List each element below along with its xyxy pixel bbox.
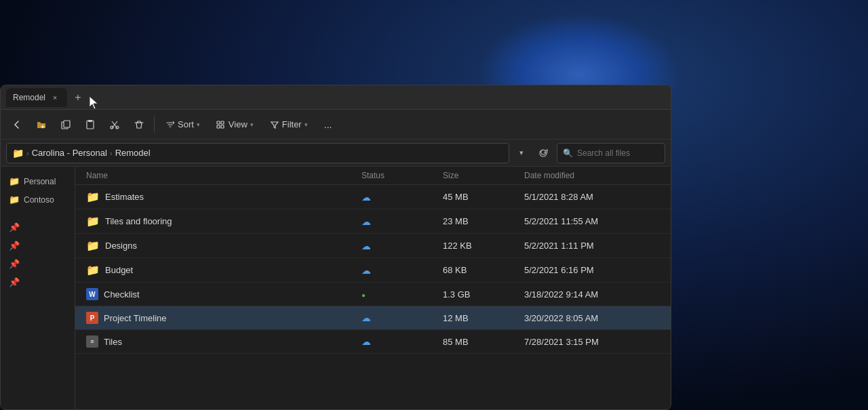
toolbar: Sort ▾ View ▾ Filter ▾ ... [1,110,671,140]
file-name-cell: 📁 Estimates [86,190,361,203]
address-bar: 📁 › Carolina - Personal › Remodel ▾ 🔍 [1,140,671,167]
filter-icon [270,120,279,129]
col-date: Date modified [524,171,660,180]
toolbar-view-button[interactable]: View ▾ [210,114,260,136]
toolbar-more-button[interactable]: ... [317,114,339,136]
title-bar: Remodel × + [1,85,671,110]
file-name-cell: 📁 Tiles and flooring [86,215,361,228]
col-status: Status [361,171,443,180]
table-row[interactable]: 📁 Budget ☁ 68 KB 5/2/2021 6:16 PM [75,258,671,283]
search-input[interactable] [577,148,658,158]
file-date: 5/2/2021 1:11 PM [524,241,660,251]
svg-rect-7 [221,121,224,124]
file-name-cell: W Checklist [86,288,361,300]
file-size: 45 MB [443,192,524,202]
file-name: Tiles [104,337,122,347]
more-dots-icon: ... [324,119,332,130]
main-area: 📁 Personal 📁 Contoso 📌 📌 📌 📌 [1,167,671,409]
toolbar-sort-button[interactable]: Sort ▾ [159,114,207,136]
sidebar-pin-4-icon: 📌 [9,277,20,287]
sidebar-item-personal[interactable]: 📁 Personal [1,172,75,190]
status-cloud-icon: ☁ [361,241,371,251]
table-row[interactable]: 📁 Estimates ☁ 45 MB 5/1/2021 8:28 AM [75,185,671,209]
filter-label: Filter [282,119,302,129]
sidebar: 📁 Personal 📁 Contoso 📌 📌 📌 📌 [1,167,75,409]
file-status: ☁ [361,265,443,276]
status-cloud-icon: ☁ [361,216,371,227]
table-row[interactable]: ≡ Tiles ☁ 85 MB 7/28/2021 3:15 PM [75,330,671,354]
file-date: 7/28/2021 3:15 PM [524,337,660,347]
delete-icon [134,120,144,129]
view-icon [216,120,226,129]
file-name-cell: ≡ Tiles [86,335,361,348]
status-cloud-icon: ☁ [361,265,371,276]
table-row[interactable]: P Project Timeline ☁ 12 MB 3/20/2022 8:0… [75,306,671,330]
file-explorer-window: Remodel × + [0,85,671,410]
breadcrumb-sep-2: › [110,149,113,157]
address-dropdown-button[interactable]: ▾ [513,145,530,161]
search-box[interactable]: 🔍 [557,143,665,163]
sidebar-contoso-label: Contoso [24,195,54,205]
file-name: Estimates [105,192,144,202]
status-cloud-icon: ☁ [361,312,371,323]
table-row[interactable]: 📁 Designs ☁ 122 KB 5/2/2021 1:11 PM [75,234,671,258]
refresh-button[interactable] [534,144,553,163]
sidebar-pin-4[interactable]: 📌 [1,273,75,291]
new-tab-button[interactable]: + [68,88,87,107]
file-name: Designs [105,241,137,251]
status-cloud-icon: ☁ [361,192,371,203]
active-tab[interactable]: Remodel × [6,88,67,107]
refresh-icon [538,148,548,158]
file-size: 68 KB [443,265,524,275]
file-name-cell: 📁 Budget [86,264,361,276]
sidebar-pin-2[interactable]: 📌 [1,237,75,255]
file-size: 23 MB [443,216,524,226]
sidebar-item-contoso[interactable]: 📁 Contoso [1,190,75,209]
file-name: Project Timeline [104,313,166,323]
view-label: View [229,119,248,129]
sidebar-pin-3[interactable]: 📌 [1,255,75,273]
toolbar-nav-back[interactable] [6,114,28,136]
col-size: Size [443,171,524,180]
file-size: 12 MB [443,313,524,323]
tab-close-button[interactable]: × [50,92,60,103]
sort-label: Sort [178,119,194,129]
status-cloud-icon: ☁ [361,336,371,347]
toolbar-copy[interactable] [55,114,77,136]
svg-rect-9 [221,125,224,128]
column-headers: Name Status Size Date modified [75,167,671,185]
svg-rect-1 [64,121,70,127]
toolbar-cut[interactable] [104,114,125,136]
back-icon [12,120,22,129]
sidebar-contoso-icon: 📁 [9,194,20,205]
file-name: Budget [105,265,133,275]
file-name-cell: 📁 Designs [86,239,361,252]
powerpoint-icon: P [86,312,98,324]
file-date: 3/18/2022 9:14 AM [524,289,660,300]
file-status: ☁ [361,192,443,203]
folder-icon: 📁 [86,264,100,276]
view-chevron-icon: ▾ [250,121,254,128]
toolbar-filter-button[interactable]: Filter ▾ [263,114,315,136]
filter-chevron-icon: ▾ [304,121,308,128]
file-date: 3/20/2022 8:05 AM [524,313,660,323]
file-name-cell: P Project Timeline [86,312,361,324]
toolbar-paste[interactable] [79,114,101,136]
svg-rect-6 [217,121,220,124]
file-date: 5/2/2021 11:55 AM [524,216,660,226]
toolbar-new-folder[interactable] [31,114,52,136]
svg-rect-8 [217,125,220,128]
file-name: Checklist [104,289,140,300]
file-status: ☁ [361,336,443,347]
toolbar-delete[interactable] [128,114,150,136]
table-row[interactable]: 📁 Tiles and flooring ☁ 23 MB 5/2/2021 11… [75,209,671,234]
file-name: Tiles and flooring [105,216,172,226]
sidebar-pin-3-icon: 📌 [9,259,20,269]
file-date: 5/1/2021 8:28 AM [524,192,660,202]
breadcrumb-folder-icon: 📁 [12,148,24,159]
breadcrumb[interactable]: 📁 › Carolina - Personal › Remodel [6,143,509,163]
table-row[interactable]: W Checklist ● 1.3 GB 3/18/2022 9:14 AM [75,283,671,306]
breadcrumb-sep-1: › [26,149,29,157]
folder-icon: 📁 [86,239,100,252]
sidebar-pin-1[interactable]: 📌 [1,209,75,237]
